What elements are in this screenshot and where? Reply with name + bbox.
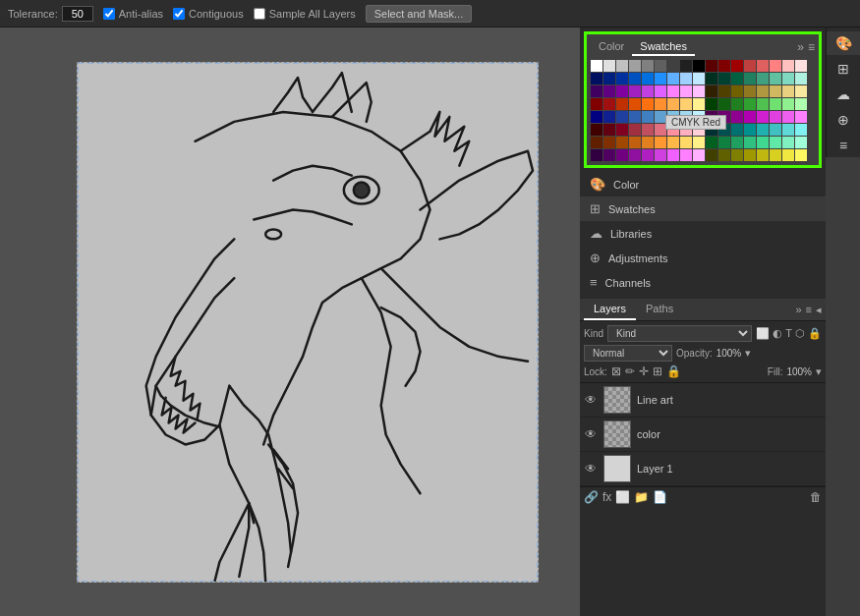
layers-expand-icon[interactable]: » xyxy=(795,304,801,315)
swatch-1-5[interactable] xyxy=(655,73,666,84)
swatch-4-12[interactable] xyxy=(744,111,756,123)
swatch-7-0[interactable] xyxy=(591,149,602,161)
swatch-1-15[interactable] xyxy=(782,73,794,84)
swatch-5-13[interactable] xyxy=(757,124,769,136)
contiguous-checkbox[interactable] xyxy=(173,8,185,20)
swatch-2-7[interactable] xyxy=(680,85,692,97)
swatch-0-3[interactable] xyxy=(629,60,641,72)
swatch-1-8[interactable] xyxy=(693,73,705,84)
swatch-6-6[interactable] xyxy=(667,137,679,148)
tolerance-input[interactable] xyxy=(62,6,93,22)
swatch-0-12[interactable] xyxy=(744,60,756,72)
swatch-6-13[interactable] xyxy=(757,137,769,148)
swatch-7-1[interactable] xyxy=(603,149,615,161)
swatch-0-16[interactable] xyxy=(795,60,807,72)
swatch-0-2[interactable] xyxy=(616,60,628,72)
layer-eye-1[interactable]: 👁 xyxy=(584,462,598,476)
swatch-3-14[interactable] xyxy=(770,98,781,110)
sample-all-checkbox[interactable] xyxy=(254,8,265,20)
swatch-3-11[interactable] xyxy=(731,98,743,110)
lock-artboard-icon[interactable]: ⊞ xyxy=(653,364,662,378)
filter-type-icon[interactable]: T xyxy=(785,327,792,340)
swatch-4-0[interactable] xyxy=(591,111,602,123)
swatch-0-1[interactable] xyxy=(603,60,615,72)
swatch-7-7[interactable] xyxy=(680,149,692,161)
link-layers-icon[interactable]: 🔗 xyxy=(584,490,599,504)
swatch-5-4[interactable] xyxy=(642,124,654,136)
swatch-0-6[interactable] xyxy=(667,60,679,72)
swatch-7-14[interactable] xyxy=(770,149,781,161)
swatch-3-7[interactable] xyxy=(680,98,692,110)
swatch-3-16[interactable] xyxy=(795,98,807,110)
swatch-7-11[interactable] xyxy=(731,149,743,161)
swatch-5-11[interactable] xyxy=(731,124,743,136)
swatch-4-11[interactable] xyxy=(731,111,743,123)
swatch-7-12[interactable] xyxy=(744,149,756,161)
swatch-6-7[interactable] xyxy=(680,137,692,148)
swatch-1-3[interactable] xyxy=(629,73,641,84)
swatch-5-0[interactable] xyxy=(591,124,602,136)
swatch-2-8[interactable] xyxy=(693,85,705,97)
kind-select[interactable]: Kind xyxy=(607,325,752,342)
layer-row-lineart[interactable]: 👁 Line art xyxy=(580,383,826,418)
swatch-2-12[interactable] xyxy=(744,85,756,97)
filter-smart-icon[interactable]: 🔒 xyxy=(808,327,822,340)
layer-eye-lineart[interactable]: 👁 xyxy=(584,393,598,407)
swatch-0-11[interactable] xyxy=(731,60,743,72)
layers-collapse-icon[interactable]: ◂ xyxy=(816,304,822,316)
swatch-2-11[interactable] xyxy=(731,85,743,97)
side-menu-item-color[interactable]: 🎨 Color xyxy=(580,172,826,196)
swatch-6-11[interactable] xyxy=(731,137,743,148)
swatch-0-5[interactable] xyxy=(655,60,666,72)
add-mask-icon[interactable]: ⬜ xyxy=(615,490,630,504)
rail-item-color[interactable]: 🎨 xyxy=(827,31,860,55)
lock-paint-icon[interactable]: ✏ xyxy=(625,364,635,378)
swatch-7-13[interactable] xyxy=(757,149,769,161)
swatch-3-4[interactable] xyxy=(642,98,654,110)
swatch-0-15[interactable] xyxy=(782,60,794,72)
swatch-1-16[interactable] xyxy=(795,73,807,84)
swatch-5-16[interactable] xyxy=(795,124,807,136)
swatch-2-13[interactable] xyxy=(757,85,769,97)
swatch-0-9[interactable] xyxy=(706,60,717,72)
swatch-4-1[interactable] xyxy=(603,111,615,123)
swatches-tab[interactable]: Swatches xyxy=(632,38,695,56)
swatch-3-13[interactable] xyxy=(757,98,769,110)
layer-eye-color[interactable]: 👁 xyxy=(584,427,598,441)
swatch-2-16[interactable] xyxy=(795,85,807,97)
swatch-7-5[interactable] xyxy=(655,149,666,161)
swatch-6-0[interactable] xyxy=(591,137,602,148)
delete-layer-icon[interactable]: 🗑 xyxy=(810,490,822,504)
rail-item-libraries[interactable]: ☁ xyxy=(827,83,860,106)
swatch-6-4[interactable] xyxy=(642,137,654,148)
side-menu-item-libraries[interactable]: ☁ Libraries xyxy=(580,221,826,246)
swatch-3-12[interactable] xyxy=(744,98,756,110)
swatch-7-8[interactable] xyxy=(693,149,705,161)
swatch-3-6[interactable] xyxy=(667,98,679,110)
swatch-3-2[interactable] xyxy=(616,98,628,110)
swatch-0-14[interactable] xyxy=(770,60,781,72)
swatch-4-13[interactable] xyxy=(757,111,769,123)
layer-row-1[interactable]: 👁 Layer 1 xyxy=(580,452,826,486)
swatch-2-2[interactable] xyxy=(616,85,628,97)
swatch-2-15[interactable] xyxy=(782,85,794,97)
swatch-5-12[interactable] xyxy=(744,124,756,136)
paths-tab[interactable]: Paths xyxy=(636,299,683,320)
blend-mode-select[interactable]: Normal xyxy=(584,345,672,362)
swatch-2-9[interactable] xyxy=(706,85,717,97)
new-layer-icon[interactable]: 📄 xyxy=(653,490,667,504)
swatch-5-2[interactable] xyxy=(616,124,628,136)
fill-chevron-icon[interactable]: ▾ xyxy=(816,365,822,378)
swatch-2-0[interactable] xyxy=(591,85,602,97)
swatch-1-1[interactable] xyxy=(603,73,615,84)
expand-icon[interactable]: » xyxy=(797,40,804,54)
rail-item-adjustments[interactable]: ⊕ xyxy=(827,108,860,132)
swatch-3-5[interactable] xyxy=(655,98,666,110)
swatch-6-14[interactable] xyxy=(770,137,781,148)
swatch-3-3[interactable] xyxy=(629,98,641,110)
swatch-5-14[interactable] xyxy=(770,124,781,136)
swatch-6-5[interactable] xyxy=(655,137,666,148)
swatch-2-10[interactable] xyxy=(718,85,730,97)
swatch-7-16[interactable] xyxy=(795,149,807,161)
swatch-7-4[interactable] xyxy=(642,149,654,161)
